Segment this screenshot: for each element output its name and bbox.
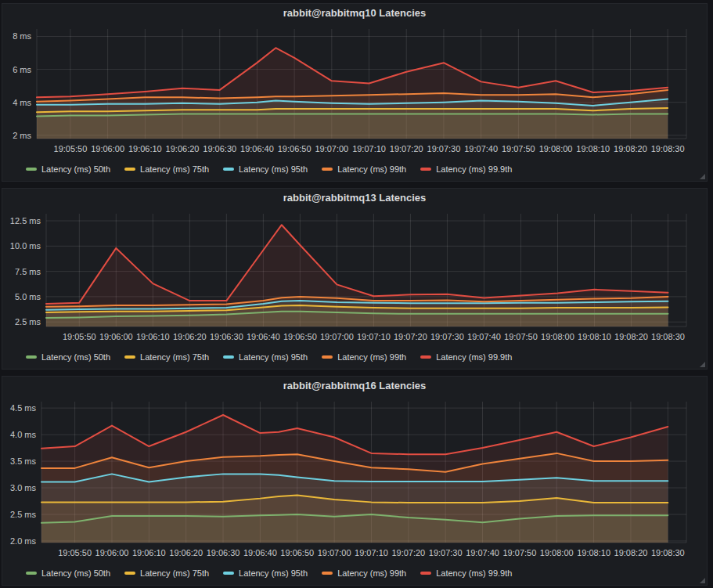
legend-label: Latency (ms) 95th — [239, 352, 308, 362]
panel-title[interactable]: rabbit@rabbitmq16 Latencies — [2, 377, 707, 395]
legend-item-99.9th[interactable]: Latency (ms) 99.9th — [420, 568, 512, 578]
svg-text:19:08:10: 19:08:10 — [578, 332, 611, 341]
legend-label: Latency (ms) 50th — [41, 568, 110, 578]
legend-item-50th[interactable]: Latency (ms) 50th — [26, 568, 110, 578]
legend-item-99.9th[interactable]: Latency (ms) 99.9th — [420, 352, 512, 362]
svg-text:2.5 ms: 2.5 ms — [10, 510, 37, 519]
svg-text:3.5 ms: 3.5 ms — [10, 456, 37, 466]
svg-text:2 ms: 2 ms — [13, 131, 31, 140]
latency-chart-rabbitmq16[interactable]: 2.0 ms2.5 ms3.0 ms3.5 ms4.0 ms4.5 ms19:0… — [2, 395, 707, 561]
svg-text:19:08:20: 19:08:20 — [614, 548, 648, 557]
svg-text:19:06:50: 19:06:50 — [278, 144, 311, 153]
legend: Latency (ms) 50thLatency (ms) 75thLatenc… — [2, 157, 707, 181]
series-color-swatch — [420, 572, 431, 575]
legend-label: Latency (ms) 95th — [239, 164, 308, 174]
svg-text:19:07:30: 19:07:30 — [430, 332, 464, 341]
svg-text:19:06:40: 19:06:40 — [243, 548, 277, 557]
svg-text:19:06:20: 19:06:20 — [166, 144, 200, 153]
svg-text:19:06:40: 19:06:40 — [247, 332, 280, 341]
svg-text:19:07:40: 19:07:40 — [464, 144, 498, 153]
svg-text:19:05:50: 19:05:50 — [54, 144, 88, 153]
svg-text:19:06:30: 19:06:30 — [210, 332, 243, 341]
legend-item-50th[interactable]: Latency (ms) 50th — [26, 352, 110, 362]
svg-text:19:08:00: 19:08:00 — [539, 144, 573, 153]
legend-label: Latency (ms) 99th — [337, 352, 406, 362]
legend: Latency (ms) 50thLatency (ms) 75thLatenc… — [2, 561, 707, 585]
svg-text:19:07:10: 19:07:10 — [357, 332, 391, 341]
legend-item-95th[interactable]: Latency (ms) 95th — [223, 352, 308, 362]
svg-text:19:08:30: 19:08:30 — [651, 144, 685, 153]
svg-text:19:07:20: 19:07:20 — [391, 548, 425, 557]
svg-text:19:07:00: 19:07:00 — [315, 144, 348, 153]
panel-resize-handle[interactable] — [700, 578, 705, 583]
svg-text:6 ms: 6 ms — [13, 65, 31, 74]
latency-chart-rabbitmq10[interactable]: 2 ms4 ms6 ms8 ms19:05:5019:06:0019:06:10… — [2, 23, 707, 157]
svg-text:10.0 ms: 10.0 ms — [10, 241, 41, 251]
svg-text:19:07:00: 19:07:00 — [320, 332, 354, 341]
svg-text:19:07:30: 19:07:30 — [427, 144, 461, 153]
svg-text:19:07:40: 19:07:40 — [467, 332, 501, 341]
series-color-swatch — [322, 355, 333, 359]
legend-item-99.9th[interactable]: Latency (ms) 99.9th — [420, 164, 512, 174]
svg-text:19:08:10: 19:08:10 — [576, 144, 610, 153]
legend-item-99th[interactable]: Latency (ms) 99th — [322, 164, 406, 174]
legend-label: Latency (ms) 99.9th — [436, 568, 512, 578]
svg-text:19:07:50: 19:07:50 — [502, 144, 535, 153]
legend-item-95th[interactable]: Latency (ms) 95th — [223, 568, 308, 578]
series-color-swatch — [26, 572, 37, 575]
series-color-swatch — [26, 168, 37, 171]
svg-text:19:06:10: 19:06:10 — [132, 548, 166, 557]
legend-item-75th[interactable]: Latency (ms) 75th — [124, 568, 209, 578]
series-color-swatch — [26, 355, 37, 359]
legend-label: Latency (ms) 75th — [140, 568, 209, 578]
legend-item-75th[interactable]: Latency (ms) 75th — [124, 164, 209, 174]
svg-text:19:05:50: 19:05:50 — [58, 548, 92, 557]
series-color-swatch — [420, 168, 431, 171]
svg-text:19:06:50: 19:06:50 — [283, 332, 317, 341]
svg-text:19:07:40: 19:07:40 — [466, 548, 499, 557]
svg-text:4.0 ms: 4.0 ms — [10, 430, 37, 439]
svg-text:7.5 ms: 7.5 ms — [15, 267, 41, 276]
svg-text:3.0 ms: 3.0 ms — [10, 483, 37, 492]
svg-text:19:07:20: 19:07:20 — [390, 144, 423, 153]
svg-text:19:08:10: 19:08:10 — [577, 548, 610, 557]
legend-label: Latency (ms) 99.9th — [436, 352, 512, 362]
series-color-swatch — [223, 355, 234, 359]
svg-text:19:06:00: 19:06:00 — [95, 548, 129, 557]
svg-text:19:06:20: 19:06:20 — [169, 548, 203, 557]
legend-item-50th[interactable]: Latency (ms) 50th — [26, 164, 110, 174]
legend-label: Latency (ms) 50th — [41, 164, 110, 174]
legend-item-99th[interactable]: Latency (ms) 99th — [322, 352, 406, 362]
svg-text:2.0 ms: 2.0 ms — [10, 536, 37, 546]
latency-chart-rabbitmq13[interactable]: 2.5 ms5.0 ms7.5 ms10.0 ms12.5 ms19:05:50… — [2, 207, 707, 345]
legend-item-99th[interactable]: Latency (ms) 99th — [322, 568, 406, 578]
svg-text:19:07:50: 19:07:50 — [504, 332, 538, 341]
series-color-swatch — [124, 168, 135, 171]
svg-text:19:08:00: 19:08:00 — [541, 332, 574, 341]
svg-text:19:07:10: 19:07:10 — [355, 548, 388, 557]
panel-title[interactable]: rabbit@rabbitmq13 Latencies — [2, 189, 707, 207]
graph-area: 2.0 ms2.5 ms3.0 ms3.5 ms4.0 ms4.5 ms19:0… — [2, 395, 707, 561]
legend-item-75th[interactable]: Latency (ms) 75th — [124, 352, 209, 362]
svg-text:19:08:30: 19:08:30 — [651, 548, 685, 557]
svg-text:19:06:30: 19:06:30 — [203, 144, 236, 153]
svg-text:8 ms: 8 ms — [13, 31, 31, 41]
svg-text:2.5 ms: 2.5 ms — [15, 317, 41, 326]
svg-text:19:07:30: 19:07:30 — [429, 548, 463, 557]
series-color-swatch — [124, 355, 135, 359]
graph-area: 2 ms4 ms6 ms8 ms19:05:5019:06:0019:06:10… — [2, 23, 707, 157]
legend-label: Latency (ms) 99th — [337, 164, 406, 174]
svg-text:19:05:50: 19:05:50 — [63, 332, 96, 341]
legend-label: Latency (ms) 75th — [140, 352, 209, 362]
series-color-swatch — [322, 168, 333, 171]
graph-area: 2.5 ms5.0 ms7.5 ms10.0 ms12.5 ms19:05:50… — [2, 207, 707, 345]
panel-title[interactable]: rabbit@rabbitmq10 Latencies — [2, 4, 707, 23]
legend: Latency (ms) 50thLatency (ms) 75thLatenc… — [2, 345, 707, 369]
panel-rabbitmq13: rabbit@rabbitmq13 Latencies 2.5 ms5.0 ms… — [2, 188, 708, 370]
legend-item-95th[interactable]: Latency (ms) 95th — [223, 164, 308, 174]
panel-resize-handle[interactable] — [700, 174, 705, 179]
svg-text:19:07:50: 19:07:50 — [502, 548, 536, 557]
svg-text:19:07:20: 19:07:20 — [394, 332, 427, 341]
panel-resize-handle[interactable] — [700, 362, 705, 367]
series-color-swatch — [420, 355, 431, 359]
